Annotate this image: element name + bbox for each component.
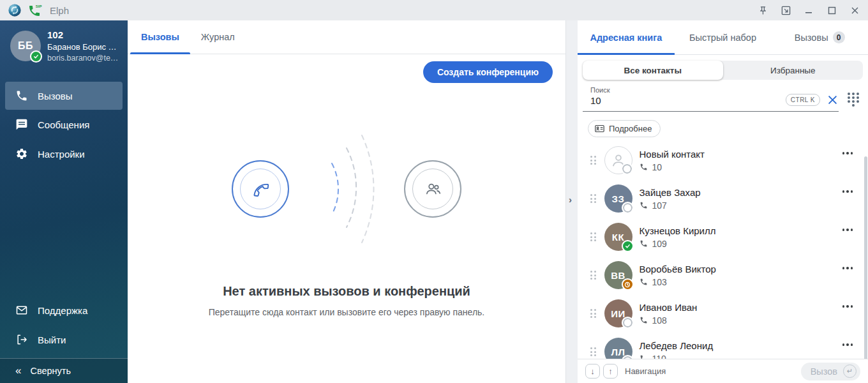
- contact-info: Кузнецов Кирилл 109: [640, 225, 716, 249]
- avatar-initials: КК: [612, 232, 624, 243]
- more-icon[interactable]: [840, 149, 856, 157]
- pin-icon[interactable]: [757, 4, 768, 16]
- details-row: Подробнее: [588, 120, 868, 137]
- contact-name: Иванов Иван: [640, 302, 698, 313]
- sidebar-nav: Вызовы Сообщения Настройки: [0, 82, 128, 169]
- contact-row[interactable]: КК Кузнецов Кирилл 109: [578, 218, 868, 256]
- contact-row[interactable]: ВВ Воробьёв Виктор 103: [578, 256, 868, 294]
- tab-calls[interactable]: Вызовы: [130, 20, 190, 54]
- tab-journal[interactable]: Журнал: [190, 20, 246, 54]
- tab-speed-dial[interactable]: Быстрый набор: [675, 20, 772, 54]
- contact-info: Новый контакт 10: [640, 149, 705, 172]
- contact-name: Зайцев Захар: [640, 187, 701, 198]
- tab-label: Быстрый набор: [689, 33, 756, 43]
- user-avatar: ББ: [10, 31, 41, 61]
- app-title: Elph: [50, 5, 69, 16]
- contact-info: Лебедев Леонид 110: [640, 340, 714, 359]
- avatar-initials: ЗЗ: [612, 193, 625, 204]
- avatar: ЗЗ: [604, 184, 632, 213]
- sidebar-item-label: Поддержка: [38, 305, 87, 316]
- navigate-down-button[interactable]: ↓: [585, 364, 600, 379]
- phone-icon: [640, 316, 648, 324]
- current-user[interactable]: ББ 102 Баранов Борис Вик… boris.baranov@…: [0, 20, 128, 73]
- drag-handle-icon[interactable]: [590, 232, 596, 241]
- sidebar-item-label: Вызовы: [38, 91, 73, 101]
- sidebar-item-messages[interactable]: Сообщения: [0, 110, 128, 139]
- more-icon[interactable]: [840, 303, 856, 310]
- sidebar-item-logout[interactable]: Выйти: [0, 325, 128, 354]
- tab-label: Вызовы: [795, 33, 828, 43]
- tab-panel-calls[interactable]: Вызовы 0: [771, 20, 868, 54]
- collapse-sidebar-button[interactable]: « Свернуть: [0, 358, 128, 383]
- drag-handle-icon[interactable]: [590, 309, 596, 318]
- drag-handle-icon[interactable]: [590, 194, 596, 203]
- contact-name: Новый контакт: [640, 149, 705, 160]
- sidebar: ББ 102 Баранов Борис Вик… boris.baranov@…: [0, 20, 128, 383]
- user-info: 102 Баранов Борис Вик… boris.baranov@tes…: [47, 29, 120, 63]
- collapse-label: Свернуть: [30, 366, 71, 376]
- segment-favorites[interactable]: Избранные: [723, 61, 864, 80]
- user-extension: 102: [47, 29, 120, 40]
- app-window: SIP Elph ББ: [0, 0, 868, 383]
- window-controls: [757, 4, 860, 16]
- avatar-initials: ИИ: [611, 308, 625, 319]
- panel-tabs: Адресная книга Быстрый набор Вызовы 0: [578, 20, 868, 55]
- more-icon[interactable]: [840, 264, 856, 272]
- status-badge: [622, 240, 634, 252]
- contact-row[interactable]: ЛЛ Лебедев Леонид 110: [578, 333, 868, 359]
- contact-number: 107: [652, 200, 667, 211]
- segment-all-contacts[interactable]: Все контакты: [583, 61, 723, 80]
- contact-row[interactable]: ЗЗ Зайцев Захар 107: [578, 179, 868, 218]
- contact-row[interactable]: Новый контакт 10: [578, 141, 868, 179]
- navigation-label: Навигация: [625, 366, 666, 376]
- drag-handle-icon[interactable]: [590, 271, 596, 280]
- panel-splitter[interactable]: ›: [565, 20, 578, 383]
- drag-handle-icon[interactable]: [590, 156, 596, 165]
- search-input[interactable]: [590, 95, 739, 106]
- dialpad-icon[interactable]: [848, 93, 859, 107]
- avatar-initials: ВВ: [611, 270, 625, 281]
- status-badge: [621, 163, 633, 175]
- call-handset-icon: [251, 179, 270, 199]
- maximize-icon[interactable]: [826, 4, 837, 16]
- minimize-icon[interactable]: [803, 4, 814, 16]
- sidebar-item-calls[interactable]: Вызовы: [5, 82, 123, 110]
- search-actions: CTRL K: [786, 94, 837, 106]
- sidebar-footer-nav: Поддержка Выйти: [0, 296, 128, 354]
- call-button-label: Вызов: [811, 366, 837, 377]
- contact-name: Кузнецов Кирилл: [640, 225, 716, 236]
- expand-chevron-icon[interactable]: ›: [569, 194, 572, 205]
- navigate-up-button[interactable]: ↑: [603, 364, 618, 379]
- sidebar-item-settings[interactable]: Настройки: [0, 139, 128, 169]
- details-button[interactable]: Подробнее: [588, 120, 661, 137]
- close-icon[interactable]: [849, 4, 860, 16]
- phone-icon: [15, 89, 28, 102]
- sidebar-item-label: Сообщения: [38, 119, 89, 130]
- collapse-chevrons-icon: «: [15, 364, 20, 377]
- more-icon[interactable]: [840, 341, 856, 349]
- tab-address-book[interactable]: Адресная книга: [578, 20, 675, 54]
- search-field[interactable]: Поиск CTRL K: [583, 85, 839, 112]
- more-icon[interactable]: [840, 188, 856, 195]
- empty-state-subtitle: Перетащите сюда контакт или вызовите его…: [209, 307, 485, 317]
- chat-icon: [15, 118, 28, 131]
- title-bar: SIP Elph: [0, 0, 868, 20]
- call-button[interactable]: Вызов ↵: [801, 363, 860, 380]
- more-icon[interactable]: [840, 226, 856, 234]
- sidebar-item-support[interactable]: Поддержка: [0, 296, 128, 325]
- contact-number: 103: [652, 277, 667, 287]
- contacts-panel: Адресная книга Быстрый набор Вызовы 0 Вс…: [578, 20, 868, 383]
- pop-out-icon[interactable]: [780, 4, 791, 16]
- clear-icon[interactable]: [828, 95, 837, 105]
- logout-icon: [15, 333, 28, 346]
- contact-number: 10: [652, 162, 662, 172]
- contact-info: Воробьёв Виктор 103: [640, 264, 716, 287]
- empty-state-graphics: [232, 130, 461, 248]
- scrollbar-thumb[interactable]: [864, 156, 867, 359]
- details-button-label: Подробнее: [609, 124, 652, 133]
- drag-handle-icon[interactable]: [590, 347, 596, 356]
- user-status-badge: [30, 50, 42, 63]
- call-circle: [232, 160, 289, 218]
- contact-row[interactable]: ИИ Иванов Иван 108: [578, 294, 868, 333]
- mail-icon: [15, 304, 28, 317]
